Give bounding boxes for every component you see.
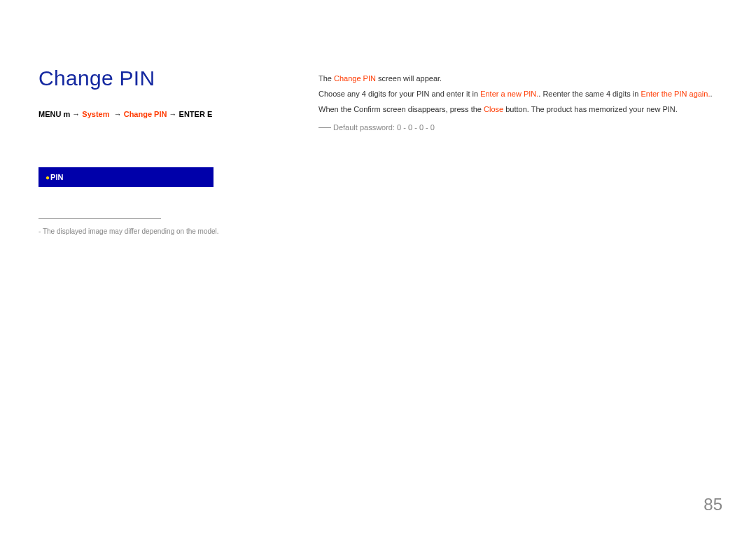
breadcrumb-arrow: →: [114, 110, 122, 118]
text: When the Confirm screen disappears, pres…: [318, 105, 484, 113]
breadcrumb-system: System: [82, 110, 109, 118]
default-password-text: Default password: 0 - 0 - 0 - 0: [333, 123, 435, 132]
breadcrumb-menukey: m: [63, 110, 70, 118]
breadcrumb-enter: ENTER: [179, 110, 205, 118]
highlight-close: Close: [484, 105, 503, 113]
text: . Reenter the same 4 digits in: [538, 90, 640, 98]
menu-item-pin: ●PIN: [38, 167, 214, 187]
highlight-enter-pin-again: Enter the PIN again.: [640, 90, 710, 98]
highlight-enter-new-pin: Enter a new PIN.: [480, 90, 538, 98]
text: button. The product has memorized your n…: [503, 105, 678, 113]
page-title: Change PIN: [38, 66, 290, 90]
footnote: The displayed image may differ depending…: [38, 227, 290, 235]
text: screen will appear.: [376, 74, 442, 83]
breadcrumb-changepin: Change PIN: [124, 110, 167, 118]
body-line-2: Choose any 4 digits for your PIN and ent…: [318, 87, 718, 101]
breadcrumb: MENU m → System → Change PIN → ENTER E: [38, 110, 290, 118]
breadcrumb-enterkey: E: [207, 110, 212, 118]
highlight-change-pin: Change PIN: [334, 74, 376, 83]
breadcrumb-menu: MENU: [38, 110, 61, 118]
dash-icon: [318, 127, 331, 128]
divider: [38, 218, 161, 219]
text: The: [318, 74, 334, 83]
menu-item-label: PIN: [50, 173, 63, 181]
text: Choose any 4 digits for your PIN and ent…: [318, 90, 480, 98]
breadcrumb-arrow: →: [72, 110, 80, 118]
page-number: 85: [704, 495, 722, 514]
text: .: [710, 90, 712, 98]
default-password: Default password: 0 - 0 - 0 - 0: [318, 123, 718, 132]
lock-icon: ●: [46, 174, 50, 181]
body-line-3: When the Confirm screen disappears, pres…: [318, 103, 718, 117]
breadcrumb-arrow: →: [169, 110, 176, 118]
body-line-1: The Change PIN screen will appear.: [318, 72, 718, 86]
